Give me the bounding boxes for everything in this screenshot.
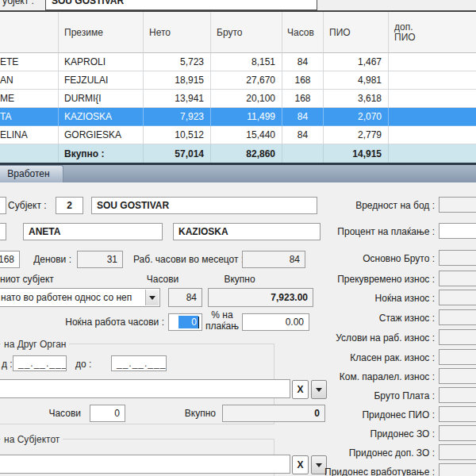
to-date-label: до : — [75, 356, 91, 372]
subject-name-field-top[interactable]: SOU GOSTIVAR — [45, 0, 317, 10]
total-label: Вкупно : — [59, 144, 144, 163]
first-name-field[interactable]: ANETA — [23, 223, 163, 240]
field-pridones-dop-zo — [439, 444, 476, 460]
from-date-input[interactable]: __.__.____ — [13, 355, 67, 371]
days-label: Денови : — [16, 251, 71, 267]
subject-id-field[interactable]: 2 — [56, 197, 83, 214]
pct-pay-input[interactable]: 0.00 — [242, 313, 309, 331]
label-nokna-iznos: Ноќна износ : — [309, 290, 435, 306]
selected-text: 0 — [178, 316, 198, 328]
field-pridones-pio — [439, 406, 476, 422]
employee-table: Презиме Нето Бруто Часов ПИО доп.ПИО ETE… — [0, 12, 476, 163]
subject-combo[interactable] — [0, 455, 290, 474]
clipped-field — [0, 197, 6, 214]
other-organ-combo[interactable] — [0, 379, 290, 398]
field-staz-iznos — [439, 309, 476, 325]
subject-label: Субјект : — [8, 198, 46, 213]
from-date-label: д : — [2, 356, 13, 372]
field-prekuvremeno-iznos — [439, 271, 476, 286]
work-hours-label: Раб. часови во месецот : — [133, 251, 244, 267]
total-neto: 57,014 — [144, 144, 211, 163]
table-total-row: Вкупно : 57,014 82,860 14,915 — [0, 144, 476, 163]
col-header-name[interactable] — [0, 12, 59, 53]
col-header-dop-pio[interactable]: доп.ПИО — [389, 12, 476, 53]
night-work-label: Ноќна работа часови : — [24, 314, 164, 330]
table-row[interactable]: ME DURMI{I 13,941 20,100 168 3,618 — [0, 90, 476, 108]
label-vrednost-na-bod: Вредност на бод : — [309, 198, 435, 213]
section-bar: Вработен — [0, 165, 476, 182]
table-row[interactable]: AN FEJZULAI 18,915 27,670 168 4,981 — [0, 71, 476, 90]
subject-label-fragment: убјект : — [2, 0, 34, 6]
text-caret — [198, 317, 199, 328]
total-column-label: Вкупно — [208, 271, 271, 287]
field-vrednost-na-bod — [439, 197, 476, 213]
work-hours-field: 84 — [242, 251, 305, 268]
total-bruto: 82,860 — [211, 144, 282, 163]
clipped-field — [0, 223, 6, 240]
field-osnovno-bruto — [439, 250, 476, 266]
field-pridones-vrabotuvanje — [439, 463, 476, 476]
label-pridones-dop-zo: Придонес доп. ЗО : — [309, 445, 435, 461]
clear-button[interactable]: X — [292, 455, 309, 474]
col-header-pio[interactable]: ПИО — [324, 12, 389, 53]
field-kom-paralel-iznos — [439, 368, 476, 384]
status-total-field: 7,923.00 — [208, 288, 313, 307]
table-header-row: Презиме Нето Бруто Часов ПИО доп.ПИО — [0, 12, 476, 53]
last-name-field[interactable]: KAZIOSKA — [173, 223, 321, 240]
field-bruto-plata — [439, 387, 476, 403]
subject-name-field[interactable]: SOU GOSTIVAR — [91, 197, 317, 214]
hours-column-label: Часови — [139, 271, 186, 287]
label-uslovi-na-rab-iznos: Услови на раб. износ : — [309, 330, 435, 346]
table-row[interactable]: ETE KAPROLI 5,723 8,151 84 1,467 — [0, 53, 476, 71]
payroll-window: убјект : SOU GOSTIVAR Презиме Нето Бруто… — [0, 0, 476, 476]
label-pridones-zo: Придонес ЗО : — [309, 426, 435, 442]
chevron-down-icon[interactable] — [145, 290, 159, 305]
col-header-bruto[interactable]: Бруто — [211, 12, 282, 53]
label-prekuvremeno-iznos: Прекувремено износ : — [309, 271, 435, 287]
status-group-label-fragment: ниот субјект — [0, 271, 54, 287]
total-pio: 14,915 — [324, 144, 389, 163]
label-bruto-plata: Бруто Плата : — [309, 388, 435, 404]
night-hours-input[interactable]: 0 — [168, 313, 202, 331]
label-klasen-rak-iznos: Класен рак. износ : — [309, 350, 435, 366]
field-nokna-iznos — [439, 290, 476, 305]
field-klasen-rak-iznos — [439, 349, 476, 365]
col-header-surname[interactable]: Презиме — [59, 12, 144, 53]
col-header-hours[interactable]: Часов — [282, 12, 324, 53]
col-header-neto[interactable]: Нето — [144, 12, 211, 53]
work-status-combo[interactable]: нато во работен однос со неп — [0, 288, 160, 307]
organ-hours-input[interactable]: 0 — [90, 405, 125, 422]
table-row[interactable]: ELINA GORGIESKA 10,512 15,440 84 2,779 — [0, 126, 476, 144]
pct-pay-label: % на плаќањ — [203, 309, 241, 332]
label-procent-na-plakanje: Процент на плаќање : — [309, 224, 435, 240]
label-kom-paralel-iznos: Ком. паралел. износ : — [309, 369, 435, 385]
label-osnovno-bruto: Основно Бруто : — [309, 251, 435, 267]
to-date-input[interactable]: __.__.____ — [111, 355, 167, 371]
clear-button[interactable]: X — [292, 380, 309, 399]
status-hours-field: 84 — [168, 288, 202, 307]
label-pridones-vrabotuvanje: Придонес вработување : — [309, 464, 435, 476]
days-field: 31 — [77, 251, 123, 268]
table-row-selected[interactable]: TA KAZIOSKA 7,923 11,499 84 2,070 — [0, 108, 476, 126]
field-uslovi-na-rab-iznos — [439, 329, 476, 345]
organ-hours-label: Часови — [24, 405, 81, 421]
field-procent-na-plakanje[interactable] — [439, 223, 476, 239]
employee-detail-form: Субјект : 2 SOU GOSTIVAR ANETA KAZIOSKA … — [0, 182, 476, 476]
organ-total-label: Вкупно — [171, 405, 216, 421]
label-staz-iznos: Стаж износ : — [309, 310, 435, 326]
label-pridones-pio: Придонес ПИО : — [309, 407, 435, 423]
tab-employee[interactable]: Вработен — [0, 165, 63, 182]
field-pridones-zo — [439, 425, 476, 441]
